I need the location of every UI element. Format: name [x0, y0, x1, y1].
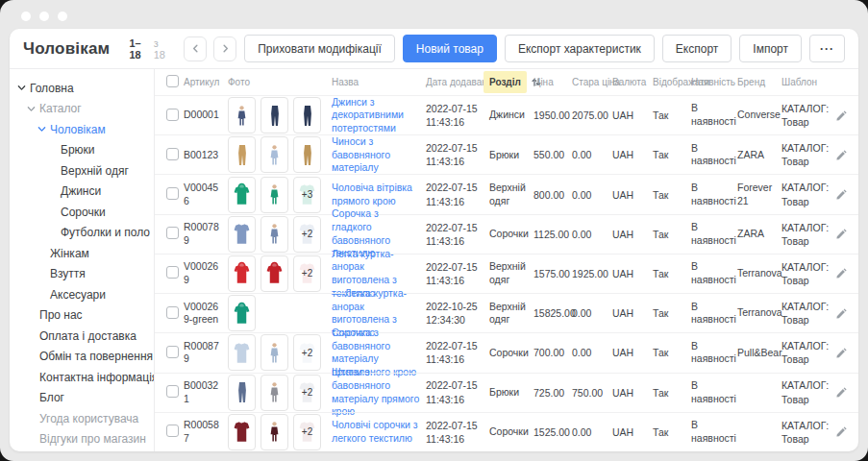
row-checkbox[interactable] [166, 187, 179, 200]
sorted-column-label[interactable]: Розділ [484, 71, 527, 93]
sidebar-item-2[interactable]: Чоловікам [10, 119, 154, 140]
sidebar-item-18[interactable]: Мапа сайту [10, 449, 154, 451]
sidebar-item-10[interactable]: Аксесуари [10, 284, 154, 305]
delete-product-button[interactable] [857, 267, 858, 279]
edit-product-button[interactable] [835, 425, 848, 438]
export-button[interactable]: Експорт [662, 35, 732, 62]
more-photos-thumbnail[interactable]: +2 [293, 375, 321, 411]
edit-product-button[interactable] [835, 267, 848, 279]
product-name-link[interactable]: Джинси з декоративними потертостями [332, 96, 404, 133]
row-actions [835, 149, 858, 161]
select-all-checkbox[interactable] [166, 75, 179, 87]
more-photos-thumbnail[interactable]: +2 [293, 334, 321, 371]
product-photo-thumbnail[interactable] [260, 414, 288, 450]
row-checkbox-cell [155, 187, 184, 202]
edit-product-button[interactable] [835, 386, 848, 399]
product-photo-thumbnail[interactable] [260, 334, 288, 371]
sidebar-item-1[interactable]: Каталог [10, 99, 154, 120]
delete-product-button[interactable] [857, 109, 858, 122]
column-header-section: Розділ [489, 71, 533, 93]
row-checkbox[interactable] [166, 306, 179, 319]
more-actions-button[interactable]: ··· [809, 35, 845, 62]
edit-product-button[interactable] [835, 307, 848, 320]
import-button[interactable]: Імпорт [739, 35, 802, 62]
product-photo-thumbnail[interactable] [260, 216, 288, 253]
product-photo-thumbnail[interactable] [293, 97, 321, 133]
date-added-date: 2022-07-15 [426, 378, 484, 392]
date-added-time: 11:43:16 [426, 195, 484, 208]
sidebar-item-13[interactable]: Обмін та повернення [10, 347, 154, 368]
sidebar-item-4[interactable]: Верхній одяг [10, 160, 154, 182]
sidebar-item-17[interactable]: Відгуки про магазин [10, 429, 154, 450]
sidebar-item-label: Взуття [50, 267, 86, 280]
sidebar-item-6[interactable]: Сорочки [10, 202, 154, 223]
row-checkbox[interactable] [166, 385, 179, 398]
delete-product-button[interactable] [857, 347, 858, 359]
pagination-prev-button[interactable] [184, 36, 207, 61]
product-photo-thumbnail[interactable] [228, 334, 256, 371]
sidebar-item-5[interactable]: Джинси [10, 182, 154, 203]
product-photo-thumbnail[interactable] [228, 136, 256, 173]
person-photo-icon [266, 340, 283, 366]
product-photo-thumbnail[interactable] [228, 295, 256, 331]
delete-product-button[interactable] [857, 228, 858, 240]
more-photos-thumbnail[interactable]: +2 [293, 414, 321, 450]
sidebar-item-16[interactable]: Угода користувача [10, 408, 154, 429]
row-checkbox[interactable] [166, 227, 179, 239]
delete-product-button[interactable] [857, 386, 858, 399]
product-photo-thumbnail[interactable] [260, 177, 288, 213]
table-row: R000587+2Чоловічі сорочки з легкого текс… [155, 412, 858, 451]
sidebar-item-11[interactable]: Про нас [10, 305, 154, 327]
product-photo-thumbnail[interactable] [228, 414, 256, 450]
sidebar-item-9[interactable]: Взуття [10, 264, 154, 285]
product-photo-thumbnail[interactable] [260, 97, 288, 133]
product-name-link[interactable]: Чиноси з бавовняного матеріалу [332, 135, 390, 173]
product-photo-thumbnail[interactable] [228, 177, 256, 213]
row-checkbox[interactable] [166, 346, 179, 358]
row-checkbox[interactable] [166, 266, 179, 279]
row-checkbox[interactable] [166, 425, 179, 437]
product-photo-thumbnail[interactable] [293, 136, 321, 173]
sidebar-item-12[interactable]: Оплата і доставка [10, 326, 154, 347]
edit-product-button[interactable] [835, 149, 848, 161]
product-photo-thumbnail[interactable] [260, 375, 288, 411]
delete-product-button[interactable] [857, 149, 858, 161]
more-photos-thumbnail[interactable]: +2 [293, 255, 321, 292]
date-added-cell: 2022-10-2512:34:30 [426, 300, 489, 327]
product-photo-thumbnail[interactable] [228, 216, 256, 253]
product-photo-thumbnail[interactable] [228, 255, 256, 292]
more-photos-thumbnail[interactable]: +3 [293, 177, 321, 213]
hide-modifications-button[interactable]: Приховати модифікації [244, 35, 395, 62]
product-name-link[interactable]: Чоловіча вітрівка прямого крою [332, 182, 412, 206]
more-photos-thumbnail[interactable]: +2 [293, 216, 321, 253]
product-photo-thumbnail[interactable] [228, 97, 256, 133]
product-photo-thumbnail[interactable] [260, 136, 288, 173]
sidebar-item-0[interactable]: Головна [10, 78, 154, 99]
export-characteristics-button[interactable]: Експорт характеристик [505, 35, 655, 62]
product-photo-thumbnail[interactable] [260, 255, 288, 292]
sidebar-item-15[interactable]: Блог [10, 388, 154, 409]
new-product-button[interactable]: Новий товар [403, 35, 497, 62]
product-photo-thumbnail[interactable] [228, 375, 256, 411]
sidebar-item-3[interactable]: Брюки [10, 140, 154, 161]
row-checkbox[interactable] [166, 109, 179, 121]
products-table: АртикулФотоНазваДата додаванняРозділЦіна… [155, 69, 858, 451]
sidebar-item-8[interactable]: Жінкам [10, 243, 154, 264]
edit-product-button[interactable] [835, 109, 848, 122]
product-name-link[interactable]: Чоловічі сорочки з легкого текстилю [332, 419, 418, 444]
edit-product-button[interactable] [835, 347, 848, 359]
delete-product-button[interactable] [857, 188, 858, 201]
delete-product-button[interactable] [857, 307, 858, 320]
edit-product-button[interactable] [835, 228, 848, 240]
pagination-next-button[interactable] [213, 36, 236, 61]
sidebar-item-label: Контактна інформація [39, 371, 155, 384]
delete-product-button[interactable] [857, 425, 858, 438]
row-checkbox[interactable] [166, 148, 179, 160]
chevron-down-icon [27, 105, 39, 113]
product-name-link[interactable]: Штани з бавовняного матеріалу прямого кр… [332, 366, 419, 417]
sidebar-item-7[interactable]: Футболки и поло [10, 223, 154, 244]
edit-product-button[interactable] [835, 188, 848, 201]
sidebar-item-14[interactable]: Контактна інформація [10, 367, 154, 388]
table-row: R000789+2Сорочка з гладкого бавовняного … [155, 214, 858, 254]
product-availability: В наявності [691, 142, 737, 168]
